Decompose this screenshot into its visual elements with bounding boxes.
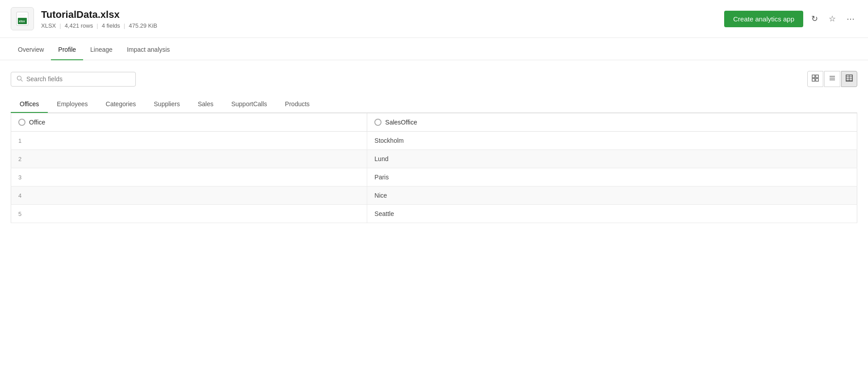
file-info: TutorialData.xlsx XLSX | 4,421 rows | 4 … [41, 9, 157, 29]
svg-rect-9 [816, 75, 818, 78]
svg-rect-8 [812, 75, 815, 78]
nav-tabs: Overview Profile Lineage Impact analysis [0, 40, 868, 60]
sheet-tabs: Offices Employees Categories Suppliers S… [11, 96, 857, 113]
salesoffice-column-selector[interactable] [374, 119, 382, 126]
star-icon: ☆ [829, 14, 836, 23]
column-header-salesoffice: SalesOffice [367, 113, 857, 132]
header-left: xlsx TutorialData.xlsx XLSX | 4,421 rows… [11, 7, 157, 30]
search-input[interactable] [26, 75, 130, 83]
salesoffice-column-label: SalesOffice [385, 119, 417, 126]
header-right: Create analytics app ↻ ☆ ⋯ [724, 11, 857, 27]
table-row: 5Seattle [11, 205, 857, 223]
file-size: 475.29 KiB [129, 22, 157, 29]
row-number: 1 [11, 132, 367, 150]
office-column-selector[interactable] [18, 119, 25, 126]
file-rows: 4,421 rows [65, 22, 93, 29]
tab-lineage[interactable]: Lineage [83, 40, 120, 60]
svg-line-7 [21, 79, 23, 81]
sheet-tab-categories[interactable]: Categories [97, 96, 145, 113]
svg-rect-10 [812, 79, 815, 81]
row-sales-office: Seattle [367, 205, 857, 223]
tab-overview[interactable]: Overview [11, 40, 51, 60]
sheet-tab-suppliers[interactable]: Suppliers [145, 96, 189, 113]
file-meta: XLSX | 4,421 rows | 4 fields | 475.29 Ki… [41, 22, 157, 29]
sheet-tab-supportcalls[interactable]: SupportCalls [222, 96, 276, 113]
file-fields: 4 fields [102, 22, 120, 29]
file-name: TutorialData.xlsx [41, 9, 157, 21]
svg-text:xlsx: xlsx [19, 20, 25, 23]
favorite-button[interactable]: ☆ [826, 11, 839, 26]
list-view-button[interactable] [824, 71, 840, 87]
table-row: 4Nice [11, 187, 857, 205]
more-icon: ⋯ [847, 14, 855, 23]
file-type: XLSX [41, 22, 56, 29]
table-view-button[interactable] [841, 71, 857, 87]
row-number: 2 [11, 150, 367, 168]
table-view-icon [846, 75, 853, 83]
toolbar [11, 71, 857, 87]
office-column-label: Office [29, 119, 45, 126]
row-number: 5 [11, 205, 367, 223]
main-content: Offices Employees Categories Suppliers S… [0, 60, 868, 234]
search-icon [17, 75, 23, 83]
sheet-tab-employees[interactable]: Employees [48, 96, 96, 113]
row-number: 3 [11, 168, 367, 187]
tab-impact-analysis[interactable]: Impact analysis [120, 40, 177, 60]
table-row: 2Lund [11, 150, 857, 168]
refresh-button[interactable]: ↻ [809, 11, 821, 26]
grid-view-button[interactable] [807, 71, 823, 87]
search-box [11, 72, 136, 87]
table-row: 1Stockholm [11, 132, 857, 150]
sheet-tab-offices[interactable]: Offices [11, 96, 48, 113]
view-toggles [807, 71, 857, 87]
data-table: Office SalesOffice 1Stockholm2Lund3Paris… [11, 113, 857, 223]
table-row: 3Paris [11, 168, 857, 187]
refresh-icon: ↻ [811, 14, 818, 23]
row-sales-office: Paris [367, 168, 857, 187]
column-header-office: Office [11, 113, 367, 132]
file-icon: xlsx [11, 7, 34, 30]
page-header: xlsx TutorialData.xlsx XLSX | 4,421 rows… [0, 0, 868, 38]
list-view-icon [829, 75, 836, 83]
svg-rect-11 [816, 79, 818, 81]
create-analytics-app-button[interactable]: Create analytics app [724, 11, 803, 27]
row-sales-office: Stockholm [367, 132, 857, 150]
more-options-button[interactable]: ⋯ [844, 11, 857, 26]
grid-view-icon [812, 75, 819, 83]
tab-profile[interactable]: Profile [51, 40, 83, 60]
sheet-tab-sales[interactable]: Sales [189, 96, 222, 113]
row-sales-office: Nice [367, 187, 857, 205]
sheet-tab-products[interactable]: Products [276, 96, 319, 113]
row-number: 4 [11, 187, 367, 205]
row-sales-office: Lund [367, 150, 857, 168]
